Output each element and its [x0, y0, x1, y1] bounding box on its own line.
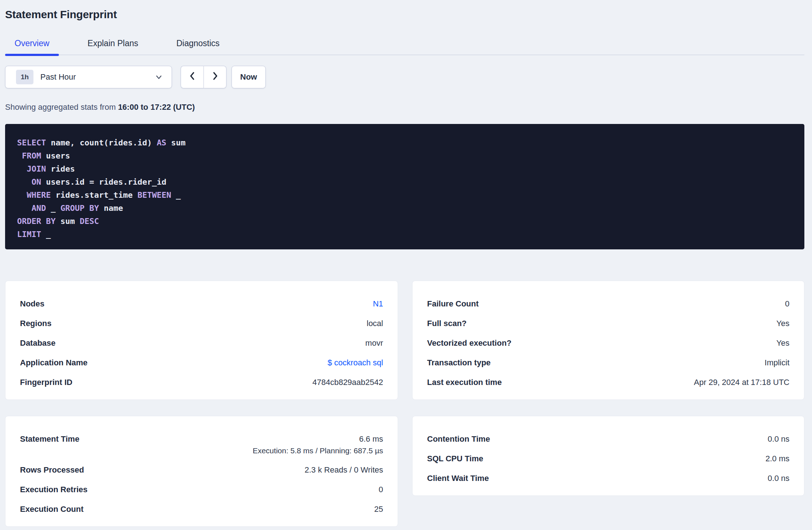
sql-line: LIMIT _	[17, 228, 792, 241]
sql-identifier: name, count(rides.id)	[46, 138, 157, 147]
tab-bar: Overview Explain Plans Diagnostics	[5, 38, 804, 55]
card-row-label: Execution Retries	[20, 485, 88, 495]
sql-keyword: SELECT	[17, 138, 46, 147]
card-row-label: Last execution time	[427, 377, 502, 388]
card-row: Databasemovr	[20, 333, 383, 353]
time-stats-card: Contention Time0.0 nsSQL CPU Time2.0 msC…	[412, 416, 804, 496]
sql-line: ON users.id = rides.rider_id	[17, 176, 792, 189]
card-row-label: Rows Processed	[20, 465, 84, 475]
sql-identifier: _	[46, 204, 61, 213]
card-row-label: Application Name	[20, 358, 88, 368]
sql-line: ORDER BY sum DESC	[17, 215, 792, 228]
card-row: Execution Count25	[20, 499, 383, 519]
card-row-label: Database	[20, 338, 56, 348]
card-row: Contention Time0.0 ns	[427, 429, 789, 449]
card-row: Transaction typeImplicit	[427, 353, 789, 373]
chevron-left-icon	[188, 71, 197, 84]
aggregation-summary: Showing aggregated stats from 16:00 to 1…	[5, 102, 804, 112]
sql-identifier	[17, 164, 27, 173]
tab-overview[interactable]: Overview	[5, 38, 59, 55]
card-row: Application Name$ cockroach sql	[20, 353, 383, 373]
card-row-value: 0.0 ns	[768, 473, 789, 483]
aggregation-summary-prefix: Showing aggregated stats from	[5, 103, 118, 112]
card-row: Full scan?Yes	[427, 314, 789, 333]
card-row-value: Yes	[776, 318, 789, 329]
card-row-value: 0.0 ns	[768, 434, 789, 444]
sql-keyword: AS	[157, 138, 166, 147]
sql-statement-box: SELECT name, count(rides.id) AS sum FROM…	[5, 124, 804, 249]
card-row-value: Apr 29, 2024 at 17:18 UTC	[694, 377, 789, 388]
sql-identifier: rides	[46, 164, 75, 173]
card-row: SQL CPU Time2.0 ms	[427, 449, 789, 469]
tab-explain-plans[interactable]: Explain Plans	[78, 38, 148, 55]
time-range-badge: 1h	[16, 70, 33, 84]
time-toolbar: 1h Past Hour	[5, 66, 804, 88]
card-row-value-link[interactable]: $ cockroach sql	[327, 358, 383, 368]
sql-keyword: JOIN	[27, 164, 46, 173]
card-row-value: 2.0 ms	[765, 454, 789, 464]
card-row: Fingerprint ID4784cb829aab2542	[20, 373, 383, 392]
card-row: Rows Processed2.3 k Reads / 0 Writes	[20, 460, 383, 480]
card-row-label: SQL CPU Time	[427, 454, 483, 464]
statement-fingerprint-page: Statement Fingerprint Overview Explain P…	[0, 0, 812, 527]
sql-identifier: name	[99, 204, 123, 213]
sql-identifier: _	[41, 230, 51, 239]
card-row-label: Vectorized execution?	[427, 338, 511, 348]
card-row-value: 6.6 ms	[359, 434, 383, 444]
chevron-right-icon	[210, 71, 220, 84]
stats-cards-grid: NodesN1RegionslocalDatabasemovrApplicati…	[5, 281, 804, 527]
sql-identifier: sum	[56, 217, 80, 226]
card-row-value: 25	[374, 504, 383, 514]
sql-identifier: users.id = rides.rider_id	[41, 177, 166, 186]
card-row-value: 4784cb829aab2542	[312, 377, 383, 388]
card-row-label: Contention Time	[427, 434, 490, 444]
sql-line: WHERE rides.start_time BETWEEN _	[17, 189, 792, 202]
time-range-dropdown[interactable]: 1h Past Hour	[5, 66, 172, 88]
card-row-label: Regions	[20, 318, 52, 329]
sql-keyword: BETWEEN	[137, 190, 171, 200]
statement-stats-card: Statement Time6.6 msExecution: 5.8 ms / …	[5, 416, 398, 527]
aggregation-summary-range: 16:00 to 17:22 (UTC)	[118, 103, 195, 112]
card-row-label: Failure Count	[427, 299, 479, 309]
card-row-label: Nodes	[20, 299, 44, 309]
sql-keyword: FROM	[22, 151, 41, 160]
card-row: Last execution timeApr 29, 2024 at 17:18…	[427, 373, 789, 392]
card-row-value: Implicit	[765, 358, 789, 368]
sql-identifier	[17, 151, 22, 160]
sql-keyword: ORDER BY	[17, 217, 56, 226]
time-range-label: Past Hour	[40, 72, 76, 82]
sql-identifier	[17, 190, 27, 200]
card-row-subvalue: Execution: 5.8 ms / Planning: 687.5 µs	[20, 446, 383, 455]
sql-identifier: _	[171, 190, 181, 200]
sql-identifier: sum	[166, 138, 186, 147]
next-time-interval-button[interactable]	[204, 66, 226, 88]
sql-identifier	[17, 177, 32, 186]
card-row-label: Execution Count	[20, 504, 84, 514]
card-row-value: 0	[379, 485, 383, 495]
sql-line: FROM users	[17, 149, 792, 162]
card-row-value: movr	[365, 338, 383, 348]
execution-attributes-card: Failure Count0Full scan?YesVectorized ex…	[412, 281, 804, 400]
page-title: Statement Fingerprint	[5, 8, 804, 21]
sql-line: AND _ GROUP BY name	[17, 202, 792, 215]
time-pager	[181, 66, 226, 88]
card-row-value: 2.3 k Reads / 0 Writes	[305, 465, 383, 475]
sql-line: JOIN rides	[17, 162, 792, 176]
sql-line: SELECT name, count(rides.id) AS sum	[17, 136, 792, 149]
tab-diagnostics[interactable]: Diagnostics	[167, 38, 229, 55]
sql-keyword: DESC	[80, 217, 99, 226]
chevron-down-icon	[154, 72, 164, 82]
card-row: Vectorized execution?Yes	[427, 333, 789, 353]
card-row: Client Wait Time0.0 ns	[427, 469, 789, 488]
now-button[interactable]: Now	[232, 66, 266, 88]
sql-identifier	[17, 204, 32, 213]
sql-keyword: LIMIT	[17, 230, 41, 239]
previous-time-interval-button[interactable]	[181, 66, 204, 88]
card-row: Statement Time6.6 msExecution: 5.8 ms / …	[20, 429, 383, 460]
card-row: NodesN1	[20, 294, 383, 314]
card-row-label: Client Wait Time	[427, 473, 489, 483]
card-row-label: Transaction type	[427, 358, 491, 368]
card-row: Regionslocal	[20, 314, 383, 333]
card-row: Failure Count0	[427, 294, 789, 314]
card-row-value-link[interactable]: N1	[373, 299, 383, 309]
